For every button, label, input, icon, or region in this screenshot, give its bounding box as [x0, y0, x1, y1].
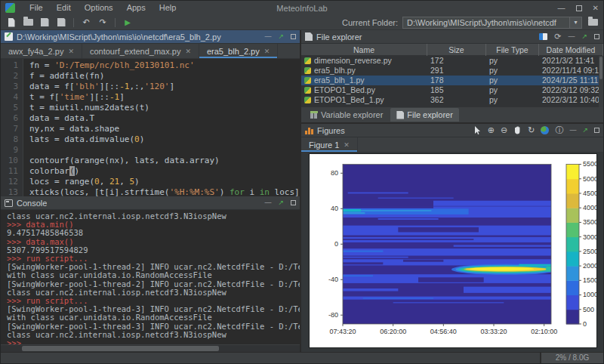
rotate-icon[interactable]: ↻	[528, 126, 535, 134]
column-header-name[interactable]: Name	[301, 44, 427, 56]
globe-icon[interactable]	[541, 126, 549, 134]
console-float-icon[interactable]: ↗	[278, 199, 284, 206]
table-row[interactable]: era5_blh_1.py178py2024/1/25 11:11	[301, 76, 603, 85]
save-icon[interactable]	[39, 17, 51, 28]
figures-minimize-icon[interactable]: —	[569, 127, 576, 134]
edit-file-icon	[5, 32, 13, 41]
current-folder-value[interactable]: D:\Working\MIScript\Jython\mis\io\netcdf	[403, 18, 569, 27]
redo-icon[interactable]: ↷	[97, 17, 109, 28]
window-maximize-button[interactable]	[576, 5, 582, 11]
pan-hand-icon[interactable]	[513, 126, 522, 134]
scrollbar-thumb[interactable]	[22, 346, 219, 351]
console-output[interactable]: class ucar.nc2.internal.iosp.netcdf3.N3i…	[1, 210, 300, 344]
file-explorer-maximize-icon[interactable]	[594, 34, 599, 39]
main-toolbar: ↶ ↷ ▶ Current Folder: D:\Working\MIScrip…	[1, 15, 603, 30]
menu-item-options[interactable]: Options	[78, 1, 120, 15]
editor-tab-contourf_extend_max.py[interactable]: contourf_extend_max.py✕	[82, 44, 199, 58]
zoom-out-icon[interactable]: ⊖	[501, 126, 507, 134]
page-icon	[396, 111, 404, 119]
editor-tab-era5_blh_2.py[interactable]: era5_blh_2.py✕	[199, 44, 278, 58]
undo-icon[interactable]: ↶	[80, 17, 92, 28]
column-header-file-type[interactable]: File Type	[486, 44, 539, 56]
svg-text:500: 500	[583, 306, 594, 313]
current-folder-combobox[interactable]: D:\Working\MIScript\Jython\mis\io\netcdf…	[402, 17, 582, 29]
figures-title-bar[interactable]: Figures ⊕ ⊖ ↻ ⓘ — ↗	[301, 124, 603, 137]
svg-text:5500: 5500	[583, 161, 596, 168]
figures-float-icon[interactable]: ↗	[582, 127, 588, 134]
new-file-icon[interactable]	[5, 17, 17, 28]
python-file-icon	[304, 87, 311, 94]
save-all-icon[interactable]	[55, 17, 67, 28]
zoom-in-icon[interactable]: ⊕	[488, 126, 495, 134]
editor-tab-bar: awx_fy4a_2.py✕contourf_extend_max.py✕era…	[1, 44, 300, 59]
book-icon[interactable]	[539, 33, 547, 40]
browse-folder-icon[interactable]	[587, 17, 599, 28]
editor-maximize-icon[interactable]	[291, 34, 296, 39]
svg-text:04:56:40: 04:56:40	[430, 328, 457, 335]
tab-figure-1[interactable]: Figure 1 ✕	[301, 137, 358, 152]
table-row[interactable]: era5_blh.py291py2022/11/14 09:11	[301, 66, 603, 76]
info-icon[interactable]: ⓘ	[555, 126, 563, 134]
console-horizontal-scrollbar[interactable]	[1, 344, 300, 352]
console-output-line: with class ucar.unidata.io.RandomAccessF…	[7, 271, 300, 279]
menu-item-edit[interactable]: Edit	[50, 1, 78, 15]
window-close-button[interactable]: ✕	[593, 4, 599, 12]
figure-canvas-area: 07:43:2006:20:0004:56:4003:33:2002:10:00…	[301, 153, 603, 352]
svg-text:03:33:20: 03:33:20	[480, 328, 507, 335]
console-title-bar[interactable]: Console — ↗	[1, 196, 300, 210]
console-title: Console	[17, 199, 47, 208]
code-text[interactable]: fn = 'D:/Temp/nc/blh_20130101.nc'f = add…	[23, 59, 300, 196]
tab-file-explorer[interactable]: File explorer	[390, 108, 459, 122]
memory-indicator[interactable]: 2% / 8.0G	[540, 353, 603, 363]
console-output-line: [SwingWorker-pool-1-thread-3] INFO ucar.…	[7, 305, 300, 313]
close-icon[interactable]: ✕	[264, 48, 270, 55]
table-row[interactable]: ETOPO1_Bed_1.py362py2022/3/12 10:40	[301, 95, 603, 105]
editor-file-path: D:\Working\MIScript\Jython\mis\io\netcdf…	[17, 32, 221, 42]
menu-item-help[interactable]: Help	[153, 1, 183, 15]
file-explorer-title: File explorer	[316, 32, 362, 42]
figures-maximize-icon[interactable]	[594, 128, 599, 133]
console-minimize-icon[interactable]: —	[264, 199, 271, 206]
run-script-icon[interactable]: ▶	[122, 17, 134, 28]
window-minimize-button[interactable]: —	[558, 4, 565, 12]
open-folder-icon[interactable]	[22, 17, 34, 28]
code-line: fn = 'D:/Temp/nc/blh_20130101.nc'	[29, 60, 300, 71]
close-icon[interactable]: ✕	[68, 48, 74, 55]
editor-panel: D:\Working\MIScript\Jython\mis\io\netcdf…	[1, 30, 300, 196]
close-icon[interactable]: ✕	[344, 141, 350, 149]
svg-text:06:20:00: 06:20:00	[380, 328, 406, 335]
console-output-line: [SwingWorker-pool-1-thread-3] INFO ucar.…	[7, 322, 300, 331]
column-header-date-modified[interactable]: Date Modified	[539, 44, 603, 56]
file-table-scrollbar[interactable]	[599, 56, 603, 107]
menu-item-apps[interactable]: Apps	[120, 1, 153, 15]
window-controls: — ✕	[558, 4, 599, 12]
file-explorer-minimize-icon[interactable]: —	[568, 33, 575, 40]
figure-canvas[interactable]: 07:43:2006:20:0004:56:4003:33:2002:10:00…	[309, 153, 597, 348]
table-row[interactable]: dimension_reverse.py172py2021/3/2 11:41	[301, 56, 603, 66]
console-maximize-icon[interactable]	[291, 200, 296, 205]
editor-float-icon[interactable]: ↗	[278, 33, 284, 40]
table-row[interactable]: ETOPO1_Bed.py185py2022/3/12 09:32	[301, 85, 603, 95]
column-header-size[interactable]: Size	[427, 44, 486, 56]
close-icon[interactable]: ✕	[185, 48, 191, 55]
refresh-icon[interactable]: ⟳	[554, 32, 561, 41]
editor-title-bar[interactable]: D:\Working\MIScript\Jython\mis\io\netcdf…	[1, 30, 300, 44]
code-editor[interactable]: 12345678910111213 fn = 'D:/Temp/nc/blh_2…	[1, 59, 300, 196]
meteoinfolab-window: MeteoInfoLab FileEditOptionsAppsHelp — ✕…	[0, 0, 604, 364]
editor-tab-awx_fy4a_2.py[interactable]: awx_fy4a_2.py✕	[1, 44, 82, 58]
menu-item-file[interactable]: File	[23, 1, 50, 15]
svg-text:-40: -40	[328, 276, 338, 283]
menu-bar: MeteoInfoLab FileEditOptionsAppsHelp — ✕	[1, 1, 603, 15]
tab-variable-explorer[interactable]: Variable explorer	[304, 108, 389, 122]
file-explorer-title-bar[interactable]: File explorer ⟳ — ↗	[301, 30, 603, 44]
code-line: colorbar()	[29, 166, 300, 177]
file-explorer-float-icon[interactable]: ↗	[581, 33, 587, 40]
scrollbar-thumb[interactable]	[599, 57, 602, 79]
select-cursor-icon[interactable]	[474, 126, 482, 134]
code-line: contourf(arange(nx), lats, data.array)	[29, 156, 300, 166]
svg-text:3500: 3500	[583, 218, 596, 226]
editor-minimize-icon[interactable]: —	[264, 33, 271, 40]
current-folder-label: Current Folder:	[342, 18, 398, 27]
chevron-down-icon[interactable]: ▾	[569, 17, 581, 28]
file-table-header[interactable]: NameSizeFile TypeDate Modified	[301, 44, 603, 56]
